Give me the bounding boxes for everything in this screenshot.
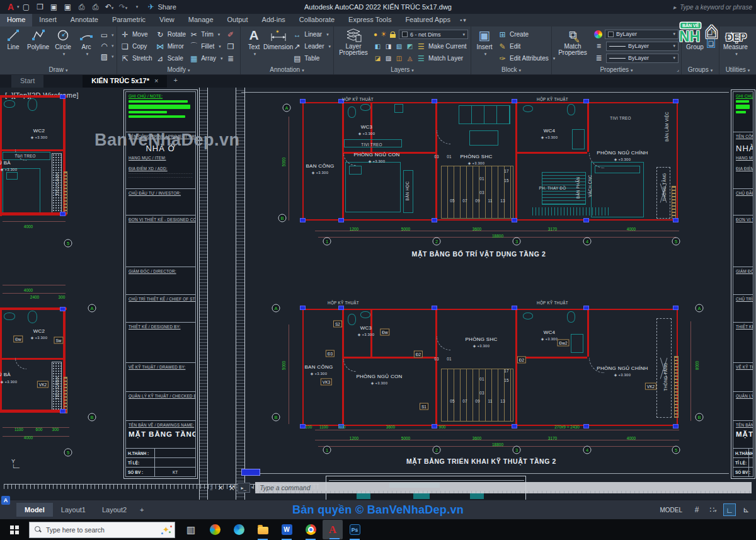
- command-input[interactable]: Type a command: [255, 482, 752, 493]
- layer-freeze-icon[interactable]: ☀: [381, 30, 387, 38]
- customize-wrench-icon[interactable]: ⚒: [229, 484, 235, 492]
- drawing-canvas[interactable]: [−][Top][2D Wireframe] WC2◈ +3.300TIVI T…: [0, 88, 756, 500]
- panel-expander-icon[interactable]: ⌟: [677, 66, 679, 74]
- undo-icon[interactable]: ↶▾: [105, 3, 115, 11]
- panel-block-label[interactable]: Block: [471, 66, 551, 74]
- mirror-button[interactable]: ⋈Mirror: [156, 40, 186, 52]
- layout1-tab[interactable]: Layout1: [53, 503, 94, 517]
- tab-view[interactable]: View: [152, 14, 181, 26]
- close-command-icon[interactable]: ✕: [218, 484, 224, 492]
- match-layer-button[interactable]: ☰Match Layer: [416, 52, 463, 64]
- start-button[interactable]: [0, 519, 29, 540]
- model-space-button[interactable]: MODEL: [655, 505, 687, 515]
- fillet-button[interactable]: ⌒Fillet: [189, 40, 222, 52]
- layer-lock-icon[interactable]: [390, 34, 396, 38]
- layer-prev-icon[interactable]: ◫: [395, 55, 403, 62]
- dimension-button[interactable]: ✶ Dimension: [267, 28, 289, 50]
- quick-access-dropdown-icon[interactable]: ▾: [132, 4, 142, 9]
- save-as-icon[interactable]: ▣: [63, 3, 73, 11]
- tab-addins[interactable]: Add-ins: [255, 14, 292, 26]
- task-view-button[interactable]: ▥: [179, 519, 203, 540]
- panel-groups-label[interactable]: Groups: [682, 66, 719, 74]
- layer-isolate-icon[interactable]: ◧: [374, 43, 382, 50]
- table-button[interactable]: ▤Table: [292, 52, 331, 64]
- object-color-dropdown[interactable]: ByLayer: [605, 30, 679, 39]
- logo-dropdown-icon[interactable]: ▾: [17, 4, 20, 9]
- new-file-icon[interactable]: ▢: [21, 3, 32, 11]
- offset-button[interactable]: ≣: [226, 52, 236, 64]
- close-tab-icon[interactable]: ×: [154, 77, 158, 84]
- ribbon-display-icon[interactable]: ▪: [460, 17, 462, 23]
- rotate-button[interactable]: ↻Rotate: [156, 28, 186, 40]
- snap-mode-icon[interactable]: ∷▾: [707, 503, 719, 516]
- create-block-button[interactable]: ⊞Create: [498, 28, 555, 40]
- edge-button[interactable]: [227, 519, 251, 540]
- lineweight-dropdown[interactable]: ByLayer: [606, 54, 679, 63]
- new-layout-button[interactable]: +: [135, 506, 149, 514]
- panel-properties-label[interactable]: Properties⌟: [552, 66, 681, 74]
- rectangle-icon[interactable]: ▭: [100, 31, 109, 40]
- leader-button[interactable]: ↗Leader: [292, 40, 331, 52]
- polar-tracking-icon[interactable]: ⊾: [740, 503, 752, 516]
- layer-properties-button[interactable]: Layer Properties: [337, 28, 370, 56]
- command-bar-grip[interactable]: ⁞⁞: [210, 485, 212, 491]
- taskbar-search[interactable]: Type here to search ✦: [29, 522, 175, 538]
- ortho-mode-icon[interactable]: ∟: [723, 503, 736, 516]
- print-icon[interactable]: ⎙: [91, 3, 101, 11]
- tab-manage[interactable]: Manage: [181, 14, 220, 26]
- autocad-taskbar-button[interactable]: A: [323, 520, 343, 539]
- stretch-button[interactable]: ⇱Stretch: [120, 52, 152, 64]
- layer-off-icon[interactable]: ◩: [406, 43, 414, 50]
- edit-block-button[interactable]: ✎Edit: [498, 40, 555, 52]
- selection-highlight[interactable]: [241, 469, 260, 476]
- grid-display-icon[interactable]: #: [690, 503, 703, 516]
- tab-collaborate[interactable]: Collaborate: [292, 14, 341, 26]
- panel-layers-label[interactable]: Layers: [334, 66, 471, 74]
- line-button[interactable]: Line: [3, 28, 23, 50]
- erase-button[interactable]: ✐: [226, 28, 236, 40]
- tab-express-tools[interactable]: Express Tools: [341, 14, 398, 26]
- linetype-dropdown[interactable]: ByLayer: [606, 42, 679, 51]
- panel-draw-label[interactable]: Draw: [0, 66, 117, 74]
- file-tab-start[interactable]: Start: [11, 75, 43, 88]
- recent-commands-icon[interactable]: ▾: [251, 485, 254, 490]
- plot-icon[interactable]: ⎙: [77, 3, 87, 11]
- make-current-button[interactable]: ☰Make Current: [416, 40, 467, 52]
- insert-button[interactable]: ▣ Insert: [474, 28, 495, 57]
- file-tab-document[interactable]: KIẾN TRÚC 5x17*×: [83, 75, 167, 88]
- move-button[interactable]: ✛Move: [120, 28, 152, 40]
- share-icon[interactable]: ✈: [146, 3, 156, 11]
- word-button[interactable]: W: [275, 519, 299, 540]
- panel-modify-label[interactable]: Modify: [117, 66, 240, 74]
- tab-home[interactable]: Home: [0, 14, 32, 26]
- match-properties-button[interactable]: ⧉✎ Match Properties: [555, 28, 590, 56]
- chrome-button[interactable]: [299, 519, 323, 540]
- polyline-button[interactable]: Polyline: [26, 28, 50, 50]
- explode-button[interactable]: ❒: [226, 40, 236, 52]
- scale-button[interactable]: ⊿Scale: [156, 52, 186, 64]
- tab-insert[interactable]: Insert: [32, 14, 64, 26]
- open-file-icon[interactable]: ❒: [35, 3, 45, 11]
- copy-button[interactable]: ❏Copy: [120, 40, 152, 52]
- layer-walk-icon[interactable]: ◪: [374, 55, 382, 62]
- autocad-logo-icon[interactable]: A: [6, 2, 16, 12]
- ribbon-display-dropdown-icon[interactable]: ▾: [463, 17, 466, 23]
- panel-annotation-label[interactable]: Annotation: [241, 66, 333, 74]
- arc-button[interactable]: Arc: [76, 28, 96, 57]
- layout2-tab[interactable]: Layout2: [94, 503, 135, 517]
- tab-output[interactable]: Output: [220, 14, 255, 26]
- share-label[interactable]: Share: [158, 3, 176, 11]
- hatch-icon[interactable]: ▨: [100, 52, 109, 61]
- tab-parametric[interactable]: Parametric: [105, 14, 152, 26]
- layer-on-icon[interactable]: ●: [374, 31, 377, 38]
- photoshop-button[interactable]: Ps: [343, 519, 367, 540]
- model-tab[interactable]: Model: [16, 503, 53, 517]
- layer-match-icon[interactable]: ▨: [384, 55, 392, 62]
- edit-attributes-button[interactable]: ✑Edit Attributes: [498, 52, 555, 64]
- copilot-button[interactable]: [203, 519, 227, 540]
- tab-featured-apps[interactable]: Featured Apps: [398, 14, 457, 26]
- redo-icon[interactable]: ↷▾: [118, 3, 129, 11]
- panel-utilities-label[interactable]: Utilities: [719, 66, 756, 74]
- file-explorer-button[interactable]: [251, 519, 275, 540]
- linear-button[interactable]: ↔Linear: [292, 28, 331, 40]
